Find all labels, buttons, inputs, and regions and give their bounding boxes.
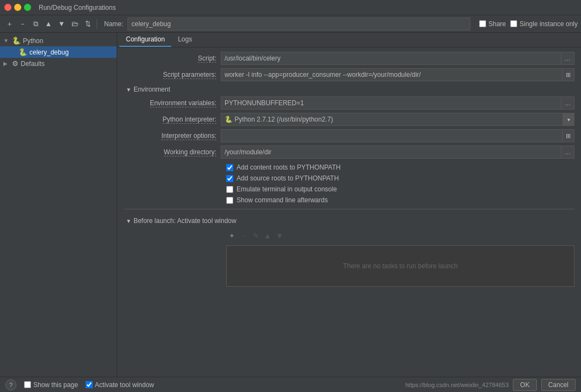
script-input-group: … (221, 52, 574, 65)
python-arrow: ▼ (3, 38, 10, 44)
activate-tool-window-label[interactable]: Activate tool window (86, 381, 154, 389)
launch-toolbar: ＋ － ✎ ▲ ▼ (124, 228, 574, 243)
tab-logs[interactable]: Logs (171, 33, 198, 47)
window-controls (4, 4, 31, 11)
minimize-button[interactable] (14, 4, 21, 11)
sidebar-item-defaults[interactable]: ▶ ⚙ Defaults (0, 58, 117, 69)
name-row: Name: Share Single instance only (100, 17, 578, 31)
cancel-button[interactable]: Cancel (541, 379, 576, 391)
env-vars-row: Environment variables: … (124, 97, 574, 110)
share-checkbox[interactable] (479, 20, 486, 27)
show-command-line-label[interactable]: Show command line afterwards (237, 196, 328, 204)
name-label: Name: (104, 20, 123, 28)
add-content-roots-label[interactable]: Add content roots to PYTHONPATH (237, 164, 341, 171)
add-source-roots-label[interactable]: Add source roots to PYTHONPATH (237, 174, 339, 182)
python-label: Python (23, 37, 43, 45)
before-launch-arrow[interactable]: ▼ (126, 218, 131, 224)
working-dir-row: Working directory: … (124, 146, 574, 159)
activate-tool-window-text: Activate tool window (95, 381, 154, 389)
single-instance-checkbox[interactable] (510, 20, 517, 27)
defaults-label: Defaults (21, 60, 45, 68)
activate-tool-window-checkbox[interactable] (86, 381, 93, 388)
show-this-page-label[interactable]: Show this page (24, 381, 78, 389)
script-params-input[interactable] (221, 68, 562, 81)
interpreter-options-input[interactable] (221, 129, 562, 142)
launch-move-down-button[interactable]: ▼ (274, 230, 285, 241)
content-area: Configuration Logs Script: … Script para… (117, 33, 581, 377)
before-launch-header: ▼ Before launch: Activate tool window (124, 217, 574, 225)
close-button[interactable] (4, 4, 11, 11)
sort-button[interactable]: ⇅ (82, 18, 94, 30)
sidebar-item-celery-debug[interactable]: 🐍 celery_debug (0, 46, 117, 58)
copy-config-button[interactable]: ⧉ (29, 18, 41, 30)
help-button[interactable]: ? (5, 379, 16, 390)
script-params-input-group: ⊞ (221, 68, 574, 81)
add-content-roots-checkbox[interactable] (226, 164, 233, 171)
env-vars-label: Environment variables: (124, 99, 216, 107)
defaults-arrow: ▶ (3, 61, 10, 67)
python-interpreter-select[interactable]: 🐍 Python 2.7.12 (/usr/bin/python2.7) (221, 113, 574, 126)
working-dir-input-group: … (221, 146, 574, 159)
emulate-terminal-label[interactable]: Emulate terminal in output console (237, 185, 337, 193)
add-source-roots-checkbox[interactable] (226, 175, 233, 182)
script-row: Script: … (124, 52, 574, 65)
main-layout: ▼ 🐍 Python 🐍 celery_debug ▶ ⚙ Defaults C… (0, 33, 581, 377)
script-browse-button[interactable]: … (561, 52, 574, 65)
script-params-expand-button[interactable]: ⊞ (562, 68, 574, 81)
share-area: Share Single instance only (479, 20, 578, 28)
remove-config-button[interactable]: － (16, 18, 28, 30)
emulate-terminal-row: Emulate terminal in output console (124, 184, 574, 195)
bottom-bar: ? Show this page Activate tool window ht… (0, 377, 581, 392)
before-launch-section: ▼ Before launch: Activate tool window ＋ … (124, 209, 574, 287)
add-content-roots-row: Add content roots to PYTHONPATH (124, 162, 574, 173)
script-label: Script: (124, 55, 216, 62)
interpreter-options-row: Interpreter options: ⊞ (124, 129, 574, 142)
form-area: Script: … Script parameters: ⊞ ▼ Environ… (117, 47, 581, 377)
launch-add-button[interactable]: ＋ (226, 230, 237, 241)
name-input[interactable] (128, 17, 470, 31)
working-dir-browse-button[interactable]: … (561, 146, 574, 159)
script-params-row: Script parameters: ⊞ (124, 68, 574, 81)
add-config-button[interactable]: ＋ (3, 18, 15, 30)
environment-arrow[interactable]: ▼ (126, 87, 131, 93)
tab-configuration[interactable]: Configuration (119, 33, 171, 47)
show-command-line-row: Show command line afterwards (124, 195, 574, 206)
share-checkbox-label[interactable]: Share (479, 20, 506, 28)
python-interpreter-select-wrapper: 🐍 Python 2.7.12 (/usr/bin/python2.7) ▾ (221, 113, 574, 126)
interpreter-options-label: Interpreter options: (124, 132, 216, 140)
working-dir-label: Working directory: (124, 148, 216, 156)
env-vars-browse-button[interactable]: … (561, 97, 574, 110)
single-instance-checkbox-label[interactable]: Single instance only (510, 20, 578, 28)
move-down-button[interactable]: ▼ (56, 18, 68, 30)
working-dir-input[interactable] (221, 146, 561, 159)
launch-edit-button[interactable]: ✎ (250, 230, 261, 241)
environment-label: Environment (134, 86, 170, 93)
launch-remove-button[interactable]: － (238, 230, 249, 241)
env-vars-input[interactable] (221, 97, 561, 110)
script-params-label: Script parameters: (124, 71, 216, 79)
bottom-left: ? Show this page Activate tool window (5, 379, 154, 390)
celery-icon: 🐍 (19, 48, 27, 56)
interpreter-options-expand-button[interactable]: ⊞ (562, 129, 574, 142)
maximize-button[interactable] (24, 4, 31, 11)
emulate-terminal-checkbox[interactable] (226, 186, 233, 193)
single-instance-label: Single instance only (519, 20, 578, 28)
show-this-page-checkbox[interactable] (24, 381, 31, 388)
window-title: Run/Debug Configurations (39, 4, 116, 11)
bottom-right: https://blog.csdn.net/weixlin_42784653 O… (406, 379, 576, 391)
move-up-button[interactable]: ▲ (43, 18, 55, 30)
environment-section-header: ▼ Environment (124, 86, 574, 93)
defaults-icon: ⚙ (12, 59, 19, 68)
tabs-bar: Configuration Logs (117, 33, 581, 47)
celery-label: celery_debug (29, 49, 69, 56)
script-input[interactable] (221, 52, 561, 65)
launch-move-up-button[interactable]: ▲ (262, 230, 273, 241)
sidebar-item-python[interactable]: ▼ 🐍 Python (0, 35, 117, 46)
title-bar: Run/Debug Configurations (0, 0, 581, 15)
url-text: https://blog.csdn.net/weixlin_42784653 (406, 382, 509, 388)
show-command-line-checkbox[interactable] (226, 197, 233, 204)
folder-button[interactable]: 🗁 (69, 18, 81, 30)
show-this-page-text: Show this page (33, 381, 78, 389)
env-vars-input-group: … (221, 97, 574, 110)
ok-button[interactable]: OK (513, 379, 536, 391)
